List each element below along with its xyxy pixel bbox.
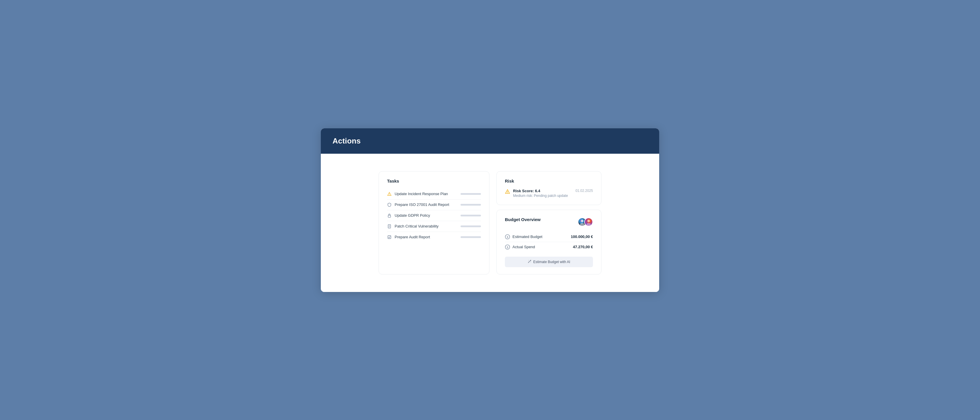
budget-estimated-row: $ Estimated Budget 100.000,00 € [505,232,593,242]
budget-header: Budget Overview [505,217,593,227]
svg-text:$: $ [507,246,508,248]
shield-icon [387,202,392,207]
task-item[interactable]: Update Incident Response Plan [387,189,481,199]
page-title: Actions [332,137,648,146]
risk-subtitle: Medium risk: Pending patch update [513,194,568,198]
risk-warning-icon [505,189,510,194]
task-item[interactable]: Prepare ISO 27001 Audit Report [387,199,481,210]
dollar-circle-icon-2: $ [505,244,510,250]
task-progress-bar [461,193,481,195]
task-item[interactable]: Patch Critical Vulnerability [387,221,481,232]
tasks-card-title: Tasks [387,178,481,183]
svg-line-20 [528,261,530,263]
budget-card-title: Budget Overview [505,217,541,222]
header: Actions [321,128,659,154]
risk-row: Risk Score: 6.4 Medium risk: Pending pat… [505,189,593,198]
task-progress-bar [461,215,481,216]
svg-point-14 [587,220,590,222]
budget-card: Budget Overview [496,210,601,274]
svg-point-1 [389,194,390,195]
risk-card: Risk Risk Score: 6.4 Medium risk [496,171,601,205]
task-progress-bar [461,236,481,238]
right-column: Risk Risk Score: 6.4 Medium risk [496,171,601,274]
task-item[interactable]: Prepare Audit Report [387,232,481,242]
svg-point-24 [528,261,528,261]
task-progress-bar [461,204,481,205]
estimated-budget-label: Estimated Budget [512,234,542,239]
magic-wand-icon [528,259,531,264]
task-label: Prepare ISO 27001 Audit Report [395,202,449,207]
task-progress-bar [461,226,481,227]
avatar [584,218,593,226]
actual-spend-value: 47.270,00 € [573,245,593,249]
svg-text:$: $ [507,235,508,238]
svg-rect-7 [388,235,391,239]
task-item[interactable]: Update GDPR Policy [387,210,481,221]
warning-icon [387,192,392,196]
estimated-budget-value: 100.000,00 € [571,234,593,239]
tasks-card: Tasks Update Incident Response Plan [379,171,489,274]
task-label: Update GDPR Policy [395,213,430,218]
risk-card-title: Risk [505,178,593,183]
risk-date: 01.02.2025 [576,189,593,193]
budget-avatars [578,218,593,226]
actual-spend-label: Actual Spend [512,245,535,249]
check-square-icon [387,235,392,239]
svg-point-22 [528,260,529,261]
svg-point-23 [531,262,531,262]
task-label: Prepare Audit Report [395,235,430,239]
task-label: Patch Critical Vulnerability [395,224,439,228]
svg-rect-2 [388,215,391,217]
svg-point-21 [530,260,531,261]
dollar-circle-icon: $ [505,234,510,239]
estimate-budget-button[interactable]: Estimate Budget with AI [505,257,593,267]
risk-score: Risk Score: 6.4 [513,189,568,193]
estimate-button-label: Estimate Budget with AI [533,260,570,264]
svg-point-9 [507,192,508,193]
document-icon [387,224,392,229]
task-label: Update Incident Response Plan [395,192,448,196]
content-area: Tasks Update Incident Response Plan [321,154,659,292]
lock-icon [387,213,392,218]
main-container: Actions Tasks Update Incident Response P… [321,128,659,292]
budget-actual-row: $ Actual Spend 47.270,00 € [505,242,593,252]
svg-point-11 [581,220,584,222]
